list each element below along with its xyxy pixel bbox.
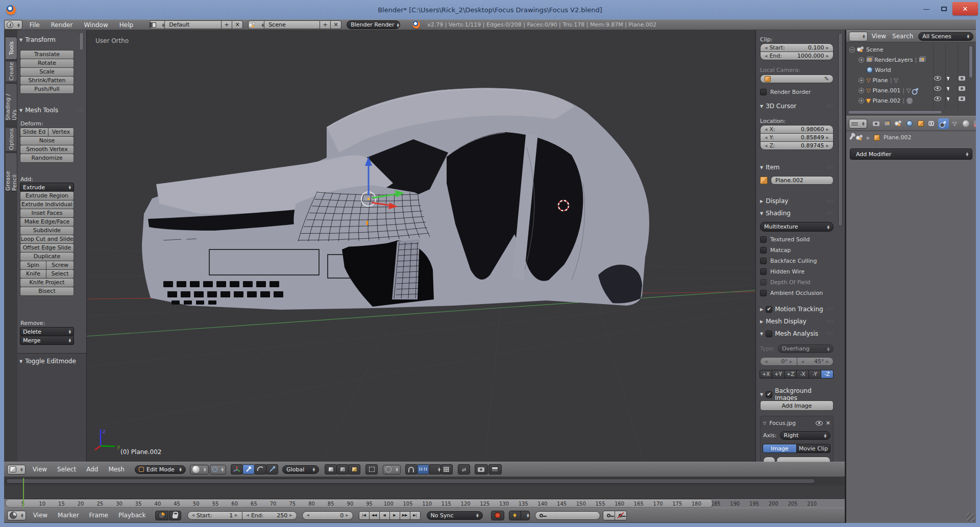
delete-scene-button[interactable]: ✕ bbox=[330, 20, 341, 29]
axis-button-ny[interactable]: -Y bbox=[808, 370, 821, 379]
maximize-button[interactable] bbox=[935, 2, 952, 15]
cursor-y-slider[interactable]: ◀Y:0.85849▶ bbox=[760, 133, 834, 142]
tool-button[interactable]: Translate bbox=[20, 50, 74, 59]
render-border-checkbox[interactable] bbox=[760, 89, 767, 95]
matcap-checkbox[interactable] bbox=[760, 247, 767, 254]
mode-dropdown[interactable]: Edit Mode▲▼ bbox=[135, 465, 186, 474]
menu-marker[interactable]: Marker bbox=[56, 512, 81, 519]
tab-constraints[interactable] bbox=[927, 118, 938, 129]
analysis-max-slider[interactable]: ◀45°▶ bbox=[797, 357, 834, 366]
tool-button[interactable]: Noise bbox=[20, 136, 74, 145]
motion-tracking-checkbox[interactable]: ✔ bbox=[766, 306, 772, 313]
proportional-edit-dropdown[interactable]: ▲▼ bbox=[383, 465, 401, 474]
menu-file[interactable]: File bbox=[28, 21, 42, 29]
jump-prev-keyframe-button[interactable]: ◀◀ bbox=[369, 511, 380, 520]
play-reverse-button[interactable]: ◀ bbox=[379, 511, 390, 520]
menu-select[interactable]: Select bbox=[55, 466, 78, 473]
use-preview-range-button[interactable] bbox=[155, 511, 168, 520]
tool-shelf-scrollbar[interactable] bbox=[79, 32, 84, 51]
frame-end-field[interactable]: ◀End:250▶ bbox=[242, 511, 297, 520]
tool-button[interactable]: Duplicate bbox=[20, 252, 74, 261]
tab-tools[interactable]: Tools bbox=[6, 37, 17, 60]
breadcrumb-object-name[interactable]: Plane.002 bbox=[884, 134, 912, 141]
ambient-occlusion-checkbox[interactable] bbox=[760, 290, 767, 296]
remove-image-icon[interactable]: ✕ bbox=[826, 420, 830, 426]
add-image-button[interactable]: Add Image bbox=[760, 400, 834, 411]
textured-solid-checkbox[interactable] bbox=[760, 236, 767, 243]
selectable-icon[interactable] bbox=[947, 76, 951, 81]
timeline-track-area[interactable] bbox=[4, 486, 845, 499]
sync-dropdown[interactable]: No Sync▲▼ bbox=[427, 511, 483, 520]
viewport-3d[interactable]: z y User Ortho (0) Plane.002 bbox=[87, 30, 755, 462]
face-select-button[interactable] bbox=[348, 464, 360, 474]
axis-button-nz[interactable]: -Z bbox=[821, 370, 834, 379]
scene-field[interactable]: Scene bbox=[264, 20, 320, 29]
vertex-select-button[interactable] bbox=[325, 464, 337, 474]
npanel-scrollbar[interactable] bbox=[838, 33, 843, 227]
rotate-manipulator-button[interactable] bbox=[254, 464, 266, 474]
menu-mesh[interactable]: Mesh bbox=[106, 466, 127, 473]
render-engine-dropdown[interactable]: Blender Render▲▼ bbox=[347, 20, 400, 29]
outliner-v-scrollbar[interactable] bbox=[969, 45, 973, 78]
panel-header-item[interactable]: ▼Item∷∷ bbox=[760, 164, 834, 171]
eye-icon[interactable] bbox=[934, 96, 941, 101]
add-scene-button[interactable]: + bbox=[320, 20, 331, 29]
tab-object[interactable] bbox=[916, 118, 926, 129]
delete-layout-button[interactable]: ✕ bbox=[232, 20, 243, 29]
lock-time-button[interactable] bbox=[169, 511, 181, 520]
eye-icon[interactable] bbox=[934, 76, 941, 81]
menu-view[interactable]: View bbox=[31, 512, 50, 519]
expand-icon[interactable]: + bbox=[859, 98, 864, 104]
pin-icon[interactable] bbox=[849, 135, 853, 140]
bg-axis-dropdown[interactable]: Right▲▼ bbox=[780, 431, 830, 440]
renderable-icon[interactable] bbox=[959, 76, 965, 81]
tab-world[interactable] bbox=[904, 118, 915, 129]
jump-next-keyframe-button[interactable]: ▶▶ bbox=[400, 511, 410, 520]
timeline-ruler[interactable]: 5101520253035404550556065707580859095100… bbox=[4, 499, 845, 508]
transform-orientation-dropdown[interactable]: Global▲▼ bbox=[282, 465, 319, 474]
collapse-icon[interactable]: − bbox=[849, 47, 855, 53]
panel-header-motion-tracking[interactable]: ▶✔Motion Tracking∷∷ bbox=[760, 306, 834, 313]
outliner-row-scene[interactable]: − Scene bbox=[849, 44, 884, 55]
panel-header-3d-cursor[interactable]: ▼3D Cursor∷∷ bbox=[760, 103, 834, 110]
delete-keyframe-button[interactable] bbox=[615, 511, 627, 520]
editor-type-selector[interactable]: ▲▼ bbox=[849, 32, 868, 41]
snap-toggle-button[interactable] bbox=[405, 464, 418, 474]
current-frame-field[interactable]: ◀0▶ bbox=[302, 511, 353, 520]
tool-button-vertex[interactable]: Vertex bbox=[48, 128, 74, 137]
tool-button[interactable]: Make Edge/Face bbox=[20, 217, 74, 227]
eye-icon[interactable] bbox=[934, 86, 941, 91]
auto-keyframe-button[interactable] bbox=[491, 511, 504, 520]
translate-manipulator-button[interactable] bbox=[242, 464, 255, 474]
local-camera-field[interactable]: ✎ bbox=[760, 74, 834, 83]
selectable-icon[interactable] bbox=[947, 86, 951, 91]
current-frame-indicator[interactable] bbox=[23, 478, 24, 508]
scene-icon-button[interactable]: ▲▼ bbox=[248, 20, 264, 29]
eyedropper-icon[interactable]: ✎ bbox=[824, 76, 829, 82]
editor-type-selector[interactable]: ▲▼ bbox=[7, 465, 26, 474]
opengl-render-anim-button[interactable] bbox=[488, 464, 502, 474]
tool-button[interactable]: Extrude Individual bbox=[20, 200, 74, 209]
visibility-eye-icon[interactable] bbox=[816, 421, 823, 425]
timeline-scrollbar-handle[interactable] bbox=[6, 479, 815, 484]
shading-mode-dropdown[interactable]: Multitexture▲▼ bbox=[760, 222, 834, 232]
display-filter-dropdown[interactable]: All Scenes▲▼ bbox=[918, 32, 973, 41]
renderable-icon[interactable] bbox=[959, 96, 965, 101]
expand-icon[interactable]: + bbox=[859, 57, 864, 63]
close-button[interactable]: ✕ bbox=[952, 2, 978, 15]
panel-header-display[interactable]: ▶Display∷∷ bbox=[760, 197, 834, 205]
play-button[interactable]: ▶ bbox=[389, 511, 400, 520]
manipulate-center-points-button[interactable]: ⇄ bbox=[458, 464, 470, 474]
insert-keyframe-button[interactable] bbox=[603, 511, 615, 520]
manipulator-toggle-button[interactable] bbox=[231, 464, 243, 474]
menu-window[interactable]: Window bbox=[82, 21, 110, 29]
active-keying-set-field[interactable] bbox=[535, 511, 600, 520]
panel-header-mesh-analysis[interactable]: ▼Mesh Analysis∷∷ bbox=[760, 330, 834, 337]
tool-button[interactable]: Inset Faces bbox=[20, 209, 74, 218]
cursor-x-slider[interactable]: ◀X:0.98060▶ bbox=[760, 125, 834, 134]
jump-to-end-button[interactable]: ▶| bbox=[410, 511, 421, 520]
panel-header-toggle-editmode[interactable]: ▼ Toggle Editmode bbox=[17, 354, 87, 365]
outliner-row-world[interactable]: World bbox=[867, 65, 891, 75]
pivot-point-dropdown[interactable]: ▲▼ bbox=[210, 465, 227, 474]
menu-frame[interactable]: Frame bbox=[87, 512, 110, 519]
